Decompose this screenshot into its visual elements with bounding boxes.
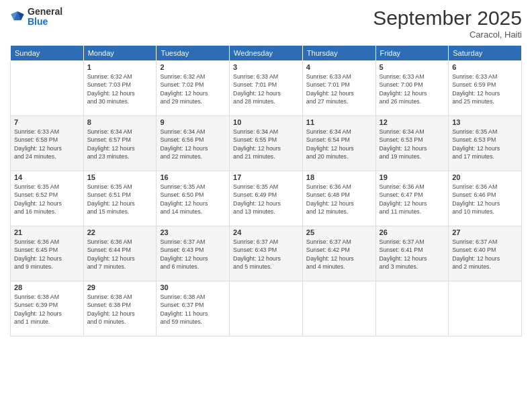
day-info: Sunrise: 6:37 AM Sunset: 6:43 PM Dayligh… — [160, 238, 226, 271]
calendar-cell: 8Sunrise: 6:34 AM Sunset: 6:57 PM Daylig… — [83, 116, 157, 171]
day-info: Sunrise: 6:33 AM Sunset: 6:59 PM Dayligh… — [452, 73, 518, 105]
calendar-cell — [230, 281, 303, 336]
day-number: 21 — [14, 228, 80, 236]
day-info: Sunrise: 6:33 AM Sunset: 7:00 PM Dayligh… — [380, 73, 445, 105]
day-info: Sunrise: 6:34 AM Sunset: 6:56 PM Dayligh… — [160, 128, 226, 161]
day-number: 12 — [380, 118, 445, 126]
day-number: 28 — [14, 283, 80, 291]
calendar-cell: 27Sunrise: 6:37 AM Sunset: 6:40 PM Dayli… — [449, 226, 522, 281]
calendar-cell: 2Sunrise: 6:32 AM Sunset: 7:02 PM Daylig… — [157, 61, 230, 116]
location-subtitle: Caracol, Haiti — [373, 30, 522, 40]
calendar-cell: 4Sunrise: 6:33 AM Sunset: 7:01 PM Daylig… — [302, 61, 375, 116]
calendar-cell: 28Sunrise: 6:38 AM Sunset: 6:39 PM Dayli… — [11, 281, 84, 336]
calendar-cell: 19Sunrise: 6:36 AM Sunset: 6:47 PM Dayli… — [375, 171, 449, 226]
column-header-friday: Friday — [375, 46, 449, 61]
calendar-cell: 17Sunrise: 6:35 AM Sunset: 6:49 PM Dayli… — [230, 171, 303, 226]
calendar-cell: 21Sunrise: 6:36 AM Sunset: 6:45 PM Dayli… — [11, 226, 84, 281]
day-info: Sunrise: 6:38 AM Sunset: 6:39 PM Dayligh… — [14, 293, 80, 326]
day-number: 5 — [380, 63, 445, 71]
calendar-week-row: 28Sunrise: 6:38 AM Sunset: 6:39 PM Dayli… — [11, 281, 522, 336]
day-info: Sunrise: 6:36 AM Sunset: 6:48 PM Dayligh… — [306, 183, 372, 216]
calendar-week-row: 1Sunrise: 6:32 AM Sunset: 7:03 PM Daylig… — [11, 61, 522, 116]
calendar-cell: 14Sunrise: 6:35 AM Sunset: 6:52 PM Dayli… — [11, 171, 84, 226]
day-info: Sunrise: 6:37 AM Sunset: 6:41 PM Dayligh… — [380, 238, 445, 271]
calendar-week-row: 14Sunrise: 6:35 AM Sunset: 6:52 PM Dayli… — [11, 171, 522, 226]
day-info: Sunrise: 6:34 AM Sunset: 6:53 PM Dayligh… — [380, 128, 445, 161]
day-info: Sunrise: 6:32 AM Sunset: 7:02 PM Dayligh… — [160, 73, 226, 105]
day-number: 9 — [160, 118, 226, 126]
logo-blue-text: Blue — [28, 17, 62, 27]
day-number: 8 — [87, 118, 153, 126]
day-number: 10 — [233, 118, 299, 126]
day-info: Sunrise: 6:33 AM Sunset: 7:01 PM Dayligh… — [306, 73, 372, 105]
day-info: Sunrise: 6:36 AM Sunset: 6:44 PM Dayligh… — [87, 238, 153, 271]
day-number: 16 — [160, 173, 226, 181]
column-header-thursday: Thursday — [302, 46, 375, 61]
day-info: Sunrise: 6:37 AM Sunset: 6:40 PM Dayligh… — [452, 238, 518, 271]
column-header-wednesday: Wednesday — [230, 46, 303, 61]
calendar-cell — [375, 281, 449, 336]
day-info: Sunrise: 6:34 AM Sunset: 6:55 PM Dayligh… — [233, 128, 299, 161]
calendar-table: SundayMondayTuesdayWednesdayThursdayFrid… — [10, 45, 522, 336]
calendar-cell: 1Sunrise: 6:32 AM Sunset: 7:03 PM Daylig… — [83, 61, 157, 116]
day-info: Sunrise: 6:38 AM Sunset: 6:38 PM Dayligh… — [87, 293, 153, 326]
day-number: 11 — [306, 118, 372, 126]
month-title: September 2025 — [373, 7, 522, 30]
day-number: 25 — [306, 228, 372, 236]
calendar-cell: 5Sunrise: 6:33 AM Sunset: 7:00 PM Daylig… — [375, 61, 449, 116]
header: General Blue September 2025 Caracol, Hai… — [10, 7, 522, 40]
calendar-header-row: SundayMondayTuesdayWednesdayThursdayFrid… — [11, 46, 522, 61]
calendar-cell: 6Sunrise: 6:33 AM Sunset: 6:59 PM Daylig… — [449, 61, 522, 116]
day-number: 13 — [452, 118, 518, 126]
column-header-sunday: Sunday — [11, 46, 84, 61]
calendar-cell: 12Sunrise: 6:34 AM Sunset: 6:53 PM Dayli… — [375, 116, 449, 171]
calendar-cell: 20Sunrise: 6:36 AM Sunset: 6:46 PM Dayli… — [449, 171, 522, 226]
day-number: 19 — [380, 173, 445, 181]
calendar-cell: 18Sunrise: 6:36 AM Sunset: 6:48 PM Dayli… — [302, 171, 375, 226]
column-header-saturday: Saturday — [449, 46, 522, 61]
calendar-cell: 29Sunrise: 6:38 AM Sunset: 6:38 PM Dayli… — [83, 281, 157, 336]
day-info: Sunrise: 6:35 AM Sunset: 6:53 PM Dayligh… — [452, 128, 518, 161]
day-number: 1 — [87, 63, 153, 71]
calendar-cell: 22Sunrise: 6:36 AM Sunset: 6:44 PM Dayli… — [83, 226, 157, 281]
day-info: Sunrise: 6:36 AM Sunset: 6:45 PM Dayligh… — [14, 238, 80, 271]
calendar-cell: 3Sunrise: 6:33 AM Sunset: 7:01 PM Daylig… — [230, 61, 303, 116]
title-section: September 2025 Caracol, Haiti — [373, 7, 522, 40]
day-number: 17 — [233, 173, 299, 181]
day-number: 3 — [233, 63, 299, 71]
column-header-monday: Monday — [83, 46, 157, 61]
day-number: 26 — [380, 228, 445, 236]
calendar-cell: 30Sunrise: 6:38 AM Sunset: 6:37 PM Dayli… — [157, 281, 230, 336]
day-number: 23 — [160, 228, 226, 236]
day-info: Sunrise: 6:33 AM Sunset: 7:01 PM Dayligh… — [233, 73, 299, 105]
day-info: Sunrise: 6:38 AM Sunset: 6:37 PM Dayligh… — [160, 293, 226, 326]
day-info: Sunrise: 6:34 AM Sunset: 6:57 PM Dayligh… — [87, 128, 153, 161]
column-header-tuesday: Tuesday — [157, 46, 230, 61]
day-info: Sunrise: 6:35 AM Sunset: 6:50 PM Dayligh… — [160, 183, 226, 216]
day-number: 30 — [160, 283, 226, 291]
logo-general-text: General — [28, 7, 62, 17]
day-number: 6 — [452, 63, 518, 71]
calendar-week-row: 7Sunrise: 6:33 AM Sunset: 6:58 PM Daylig… — [11, 116, 522, 171]
day-number: 2 — [160, 63, 226, 71]
logo: General Blue — [10, 7, 62, 28]
day-number: 29 — [87, 283, 153, 291]
day-number: 15 — [87, 173, 153, 181]
calendar-cell — [449, 281, 522, 336]
day-info: Sunrise: 6:36 AM Sunset: 6:46 PM Dayligh… — [452, 183, 518, 216]
page: General Blue September 2025 Caracol, Hai… — [0, 0, 532, 411]
day-number: 20 — [452, 173, 518, 181]
calendar-cell: 11Sunrise: 6:34 AM Sunset: 6:54 PM Dayli… — [302, 116, 375, 171]
calendar-cell — [11, 61, 84, 116]
day-info: Sunrise: 6:35 AM Sunset: 6:52 PM Dayligh… — [14, 183, 80, 216]
calendar-cell: 9Sunrise: 6:34 AM Sunset: 6:56 PM Daylig… — [157, 116, 230, 171]
calendar-cell: 13Sunrise: 6:35 AM Sunset: 6:53 PM Dayli… — [449, 116, 522, 171]
day-number: 14 — [14, 173, 80, 181]
calendar-cell: 16Sunrise: 6:35 AM Sunset: 6:50 PM Dayli… — [157, 171, 230, 226]
calendar-cell: 25Sunrise: 6:37 AM Sunset: 6:42 PM Dayli… — [302, 226, 375, 281]
calendar-week-row: 21Sunrise: 6:36 AM Sunset: 6:45 PM Dayli… — [11, 226, 522, 281]
day-number: 22 — [87, 228, 153, 236]
day-info: Sunrise: 6:35 AM Sunset: 6:49 PM Dayligh… — [233, 183, 299, 216]
day-info: Sunrise: 6:36 AM Sunset: 6:47 PM Dayligh… — [380, 183, 445, 216]
calendar-cell — [302, 281, 375, 336]
